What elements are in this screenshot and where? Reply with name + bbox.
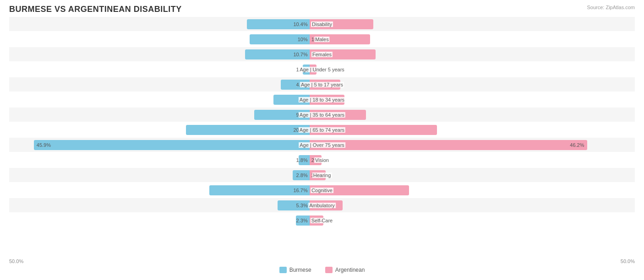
left-bar-container: 10.4% bbox=[9, 17, 310, 31]
center-label: Hearing bbox=[312, 172, 332, 178]
chart-row: 9.2%Age | 35 to 64 years9.4% bbox=[9, 108, 635, 122]
right-bar-container: 2.3% bbox=[310, 213, 610, 227]
chart-row: 6%Age | 18 to 34 years5.8% bbox=[9, 92, 635, 107]
right-bar: 46.2% bbox=[310, 140, 587, 150]
center-label: Age | 65 to 74 years bbox=[299, 127, 345, 133]
left-bar: 45.9% bbox=[34, 140, 310, 150]
chart-row: 10.4%Disability10.6% bbox=[9, 17, 635, 31]
val-left: 2.3% bbox=[296, 218, 308, 223]
legend: Burmese Argentinean bbox=[9, 267, 635, 273]
legend-argentinean: Argentinean bbox=[325, 267, 365, 273]
center-label: Age | 35 to 64 years bbox=[299, 112, 345, 118]
right-bar-container: 10.6% bbox=[310, 17, 610, 31]
center-label: Age | 5 to 17 years bbox=[300, 82, 344, 87]
argentinean-legend-label: Argentinean bbox=[335, 267, 365, 273]
val-left: 45.9% bbox=[37, 142, 51, 148]
right-bar-container: 2% bbox=[310, 153, 610, 167]
left-bar: 2.8% bbox=[293, 170, 310, 180]
right-bar-container: 5.5% bbox=[310, 198, 610, 212]
right-bar-container: 5.8% bbox=[310, 92, 610, 107]
center-label: Age | 18 to 34 years bbox=[299, 97, 345, 102]
left-bar: 2.3% bbox=[296, 215, 310, 226]
val-left: 10.7% bbox=[293, 52, 307, 57]
left-bar-container: 2.3% bbox=[9, 213, 310, 227]
chart-row: 45.9%Age | Over 75 years46.2% bbox=[9, 138, 635, 152]
chart-area: 10.4%Disability10.6%10%Males10.1%10.7%Fe… bbox=[9, 17, 635, 255]
center-label: Ambulatory bbox=[308, 203, 336, 208]
left-bar: 10.4% bbox=[247, 19, 309, 29]
right-bar-container: 10.1% bbox=[310, 32, 610, 46]
left-bar-container: 1.1% bbox=[9, 62, 310, 76]
left-bar: 20.6% bbox=[186, 125, 310, 135]
left-bar-container: 20.6% bbox=[9, 123, 310, 137]
center-label: Vision bbox=[314, 157, 330, 163]
chart-row: 5.3%Ambulatory5.5% bbox=[9, 198, 635, 212]
chart-row: 2.8%Hearing2.7% bbox=[9, 168, 635, 182]
left-bar-container: 4.8% bbox=[9, 77, 310, 92]
right-bar-container: 46.2% bbox=[310, 138, 610, 152]
chart-container: BURMESE VS ARGENTINEAN DISABILITY Source… bbox=[0, 0, 644, 280]
center-label: Cognitive bbox=[311, 188, 333, 193]
chart-row: 4.8%Age | 5 to 17 years5.1% bbox=[9, 77, 635, 92]
right-bar-container: 21.2% bbox=[310, 123, 610, 137]
legend-burmese: Burmese bbox=[279, 267, 311, 273]
axis-right: 50.0% bbox=[621, 258, 635, 264]
chart-row: 1.8%Vision2% bbox=[9, 153, 635, 167]
center-label: Age | Over 75 years bbox=[299, 142, 345, 148]
right-bar-container: 16.6% bbox=[310, 183, 610, 197]
center-label: Males bbox=[314, 37, 329, 42]
argentinean-legend-icon bbox=[325, 267, 333, 273]
left-bar: 5.3% bbox=[278, 200, 310, 210]
right-bar-container: 2.7% bbox=[310, 168, 610, 182]
chart-title: BURMESE VS ARGENTINEAN DISABILITY bbox=[9, 5, 635, 14]
left-bar-container: 9.2% bbox=[9, 108, 310, 122]
left-bar-container: 2.8% bbox=[9, 168, 310, 182]
right-bar-container: 9.4% bbox=[310, 108, 610, 122]
chart-row: 1.1%Age | Under 5 years1.2% bbox=[9, 62, 635, 76]
left-bar: 1.8% bbox=[299, 155, 310, 165]
right-bar-container: 1.2% bbox=[310, 62, 610, 76]
val-left: 2.8% bbox=[296, 172, 308, 178]
axis-row: 50.0% 50.0% bbox=[9, 257, 635, 264]
left-bar-container: 6% bbox=[9, 92, 310, 107]
val-left: 5.3% bbox=[296, 203, 308, 208]
left-bar-container: 10.7% bbox=[9, 47, 310, 61]
val-right: 46.2% bbox=[570, 142, 584, 148]
center-label: Self-Care bbox=[311, 218, 333, 223]
axis-left: 50.0% bbox=[9, 258, 23, 264]
left-bar-container: 10% bbox=[9, 32, 310, 46]
left-bar: 10.7% bbox=[245, 49, 309, 59]
right-bar-container: 11% bbox=[310, 47, 610, 61]
chart-row: 10.7%Females11% bbox=[9, 47, 635, 61]
source-text: Source: ZipAtlas.com bbox=[587, 5, 635, 10]
val-left: 16.7% bbox=[293, 188, 307, 193]
left-bar: 16.7% bbox=[209, 185, 310, 195]
chart-row: 20.6%Age | 65 to 74 years21.2% bbox=[9, 123, 635, 137]
center-label: Disability bbox=[311, 22, 333, 27]
val-left: 10.4% bbox=[293, 22, 307, 27]
left-bar-container: 16.7% bbox=[9, 183, 310, 197]
left-bar-container: 1.8% bbox=[9, 153, 310, 167]
val-left: 10% bbox=[298, 37, 308, 42]
center-label: Females bbox=[311, 52, 333, 57]
left-bar-container: 45.9% bbox=[9, 138, 310, 152]
chart-row: 2.3%Self-Care2.3% bbox=[9, 213, 635, 227]
chart-row: 16.7%Cognitive16.6% bbox=[9, 183, 635, 197]
val-left: 1.8% bbox=[296, 157, 308, 163]
left-bar-container: 5.3% bbox=[9, 198, 310, 212]
burmese-legend-icon bbox=[279, 267, 287, 273]
center-label: Age | Under 5 years bbox=[299, 67, 345, 72]
left-bar: 10% bbox=[250, 34, 310, 44]
burmese-legend-label: Burmese bbox=[289, 267, 311, 273]
chart-row: 10%Males10.1% bbox=[9, 32, 635, 46]
right-bar-container: 5.1% bbox=[310, 77, 610, 92]
